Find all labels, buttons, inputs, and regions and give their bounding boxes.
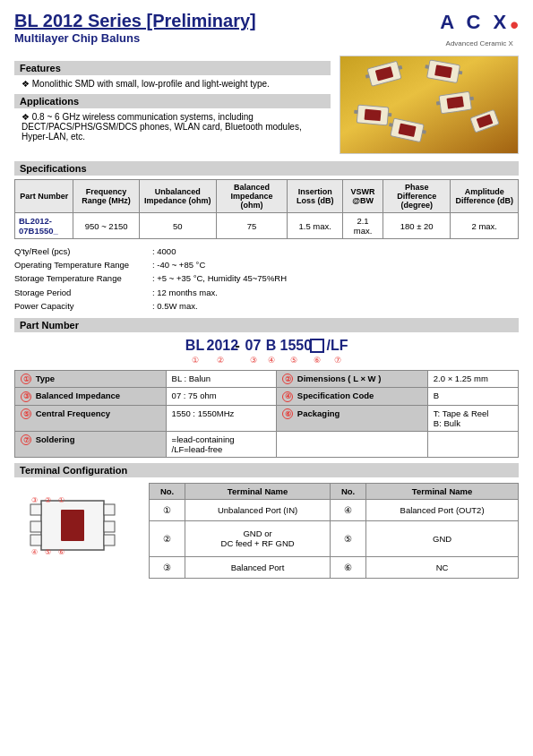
terminal-no-2-left: ② xyxy=(150,521,185,556)
terminal-table: No. Terminal Name No. Terminal Name ① Un… xyxy=(149,483,519,579)
terminal-name-1-right: Balanced Port (OUT2) xyxy=(366,499,519,520)
code-label-2: ② Dimensions ( L × W ) xyxy=(277,370,428,388)
cell-amp: 2 max. xyxy=(451,213,519,239)
svg-rect-11 xyxy=(354,110,357,114)
part-number-display: BL 2012 - 07 B 1550 /LF xyxy=(14,338,519,354)
terminal-row-3: ③ Balanced Port ⑥ NC xyxy=(150,556,519,578)
part-number-header: Part Number xyxy=(14,318,519,332)
features-header: Features xyxy=(14,61,331,75)
pn-num-1: ① xyxy=(185,356,205,365)
col-header-bal: Balanced Impedance (ohm) xyxy=(216,180,288,213)
pn-lf: /LF xyxy=(327,338,348,354)
terminal-name-3-right: NC xyxy=(366,556,519,578)
pn-sep1: - xyxy=(236,338,243,354)
col-header-amp: Amplitude Difference (dB) xyxy=(451,180,519,213)
code-val-3: 07 : 75 ohm xyxy=(166,388,277,406)
pn-num-6: ⑥ xyxy=(309,356,325,365)
info-power-label: Power Capacity xyxy=(14,299,149,313)
main-title: BL 2012 Series [Preliminary] xyxy=(14,11,256,31)
svg-rect-15 xyxy=(436,101,441,106)
info-storage-period-label: Storage Period xyxy=(14,286,149,299)
terminal-svg: ③ ② ① ④ ⑤ ⑥ xyxy=(14,483,131,577)
svg-rect-24 xyxy=(61,510,84,541)
logo-dot: • xyxy=(510,11,519,39)
info-qty-value: : 4000 xyxy=(152,245,176,258)
info-block: Q'ty/Reel (pcs): 4000 Operating Temperat… xyxy=(14,245,519,313)
terminal-col-no-right: No. xyxy=(331,483,366,499)
pn-numbers-row: ① ② ③ ④ ⑤ ⑥ ⑦ xyxy=(14,356,519,365)
terminal-no-2-right: ⑤ xyxy=(331,521,366,556)
terminal-name-1-left: Unbalanced Port (IN) xyxy=(185,499,331,520)
code-row-2: ③ Balanced Impedance 07 : 75 ohm ④ Speci… xyxy=(15,388,519,406)
terminal-col-no-left: No. xyxy=(150,483,185,499)
pn-b: B xyxy=(264,338,279,354)
svg-rect-27 xyxy=(30,535,41,546)
terminal-no-3-right: ⑥ xyxy=(331,556,366,578)
logo: A C X • Advanced Ceramic X xyxy=(440,11,519,47)
terminal-col-name-right: Terminal Name xyxy=(366,483,519,499)
code-row-4: ⑦ Soldering =lead-containing/LF=lead-fre… xyxy=(15,431,519,457)
col-header-freq: Frequency Range (MHz) xyxy=(73,180,140,213)
pn-num-sep xyxy=(236,356,243,365)
code-label-5: ⑤ Central Frequency xyxy=(15,405,167,431)
circle-5: ⑤ xyxy=(21,408,31,419)
terminal-diagram: ③ ② ① ④ ⑤ ⑥ xyxy=(14,483,140,579)
svg-text:⑥: ⑥ xyxy=(58,548,64,556)
svg-rect-29 xyxy=(104,521,115,532)
logo-letters: A C X xyxy=(440,11,510,34)
svg-text:②: ② xyxy=(45,496,51,504)
code-label-1: ① Type xyxy=(15,370,167,388)
svg-rect-12 xyxy=(388,113,391,116)
svg-rect-30 xyxy=(104,535,115,546)
svg-rect-19 xyxy=(389,123,393,127)
code-label-6: ⑥ Packaging xyxy=(277,405,428,431)
terminal-header: Terminal Configuration xyxy=(14,463,519,477)
info-op-temp-value: : -40 ~ +85 °C xyxy=(152,258,205,271)
code-empty-2 xyxy=(427,431,518,457)
col-header-vswr: VSWR @BW xyxy=(343,180,383,213)
terminal-name-3-left: Balanced Port xyxy=(185,556,331,578)
terminal-layout: ③ ② ① ④ ⑤ ⑥ No. Terminal Name No. Termin… xyxy=(14,483,519,579)
logo-subtitle: Advanced Ceramic X xyxy=(440,39,519,47)
code-row-1: ① Type BL : Balun ② Dimensions ( L × W )… xyxy=(15,370,519,388)
circle-4: ④ xyxy=(282,391,293,402)
col-header-loss: Insertion Loss (dB) xyxy=(288,180,343,213)
code-label-4: ④ Specification Code xyxy=(277,388,428,406)
svg-rect-26 xyxy=(30,521,41,532)
circle-7: ⑦ xyxy=(21,434,31,445)
specifications-table: Part Number Frequency Range (MHz) Unbala… xyxy=(14,179,519,239)
product-image xyxy=(340,56,519,154)
pn-num-4: ④ xyxy=(264,356,279,365)
svg-rect-20 xyxy=(422,130,426,134)
code-val-6: T: Tape & ReelB: Bulk xyxy=(427,405,518,431)
cell-vswr: 2.1 max. xyxy=(343,213,383,239)
pn-box xyxy=(310,339,324,353)
info-storage-period-value: : 12 months max. xyxy=(152,286,218,299)
svg-rect-28 xyxy=(104,504,115,515)
circle-1: ① xyxy=(21,374,31,384)
terminal-row-2: ② GND orDC feed + RF GND ⑤ GND xyxy=(150,521,519,556)
info-storage-temp-label: Storage Temperature Range xyxy=(14,271,149,285)
terminal-no-1-left: ① xyxy=(150,499,185,520)
pn-num-7: ⑦ xyxy=(327,356,348,365)
pn-1550: 1550 xyxy=(280,338,307,354)
cell-loss: 1.5 max. xyxy=(288,213,343,239)
specifications-header: Specifications xyxy=(14,161,519,176)
applications-header: Applications xyxy=(14,94,331,108)
terminal-row-1: ① Unbalanced Port (IN) ④ Balanced Port (… xyxy=(150,499,519,520)
code-row-3: ⑤ Central Frequency 1550 : 1550MHz ⑥ Pac… xyxy=(15,405,519,431)
pn-num-5: ⑤ xyxy=(280,356,307,365)
pn-box-container xyxy=(309,339,325,353)
cell-freq: 950 ~ 2150 xyxy=(73,213,140,239)
info-power-value: : 0.5W max. xyxy=(152,299,198,313)
col-header-part: Part Number xyxy=(15,180,73,213)
svg-text:①: ① xyxy=(58,496,64,504)
info-storage-temp-value: : +5 ~ +35 °C, Humidity 45~75%RH xyxy=(152,271,287,285)
pn-bl: BL xyxy=(185,338,205,354)
svg-rect-25 xyxy=(30,504,41,515)
table-row: BL2012-07B1550_ 950 ~ 2150 50 75 1.5 max… xyxy=(15,213,519,239)
circle-2: ② xyxy=(282,374,293,384)
svg-rect-8 xyxy=(459,71,463,75)
pn-2012: 2012 xyxy=(207,338,234,354)
svg-rect-10 xyxy=(365,109,382,122)
